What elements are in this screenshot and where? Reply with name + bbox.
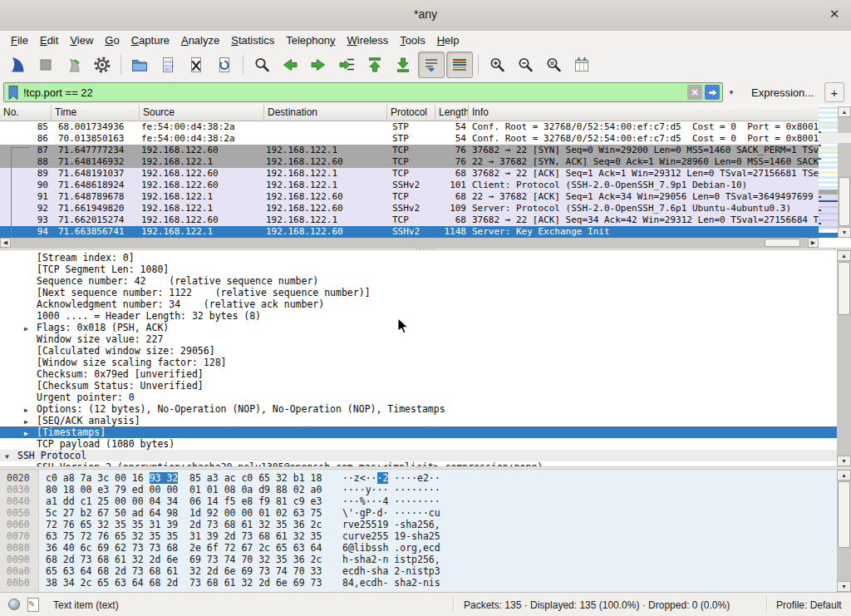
- column-destination[interactable]: Destination: [264, 105, 387, 121]
- go-first-button[interactable]: [362, 52, 388, 78]
- zoom-in-button[interactable]: [484, 52, 510, 78]
- packet-row-94-selected[interactable]: 9471.663856741192.168.122.1192.168.122.6…: [0, 226, 819, 238]
- expander-icon[interactable]: ▼: [5, 451, 17, 461]
- bookmark-icon[interactable]: [7, 85, 19, 101]
- column-length[interactable]: Length: [435, 105, 469, 121]
- go-back-button[interactable]: [277, 52, 303, 78]
- details-vscrollbar[interactable]: [837, 250, 851, 466]
- scroll-down-arrow[interactable]: [837, 456, 851, 466]
- hex-row[interactable]: 00505c 27 b2 67 50 ad 64 98 1d 92 00 00 …: [0, 507, 837, 519]
- scroll-left-arrow[interactable]: [0, 238, 11, 248]
- hex-row[interactable]: 0040a1 dd c1 25 00 00 04 34 06 14 f5 e8 …: [0, 495, 837, 507]
- go-to-packet-button[interactable]: [333, 52, 360, 78]
- packet-row-86[interactable]: 8670.013850163fe:54:00:d4:38:2aSTP54Conf…: [0, 133, 819, 145]
- packet-row-91[interactable]: 9171.648789678192.168.122.1192.168.122.6…: [0, 191, 819, 203]
- scroll-thumb[interactable]: [838, 262, 850, 315]
- hex-row[interactable]: 007063 75 72 76 65 32 35 35 31 39 2d 73 …: [0, 530, 837, 542]
- expander-icon[interactable]: ▶: [24, 323, 37, 333]
- menu-telephony[interactable]: Telephony: [280, 32, 341, 48]
- scroll-down-arrow[interactable]: [837, 581, 851, 592]
- detail-line[interactable]: ▼SSH Protocol: [0, 450, 837, 461]
- scroll-up-arrow[interactable]: [837, 470, 851, 480]
- detail-line[interactable]: ▶Options: (12 bytes), No-Operation (NOP)…: [0, 403, 837, 415]
- detail-line-selected[interactable]: ▶[Timestamps]: [0, 426, 837, 438]
- expression-button[interactable]: Expression...: [751, 86, 814, 99]
- hex-row[interactable]: 009068 2d 73 68 61 32 2d 6e 69 73 74 70 …: [0, 554, 837, 565]
- packet-row-90[interactable]: 9071.648618924192.168.122.60192.168.122.…: [0, 180, 819, 191]
- packet-row-88[interactable]: 8871.648146932192.168.122.1192.168.122.6…: [0, 156, 819, 168]
- scroll-up-arrow[interactable]: [837, 250, 851, 261]
- stop-capture-button[interactable]: [32, 52, 59, 78]
- reload-capture-button[interactable]: [211, 52, 238, 78]
- menu-file[interactable]: File: [5, 32, 34, 48]
- column-time[interactable]: Time: [52, 105, 140, 121]
- detail-line[interactable]: [Checksum Status: Unverified]: [0, 380, 837, 392]
- column-info[interactable]: Info: [469, 105, 819, 121]
- resize-columns-button[interactable]: [568, 52, 595, 78]
- find-packet-button[interactable]: [248, 52, 275, 78]
- save-capture-button[interactable]: 010101100011: [155, 52, 181, 78]
- packet-row-92[interactable]: 9271.661949820192.168.122.1192.168.122.6…: [0, 203, 819, 214]
- close-capture-button[interactable]: [183, 52, 209, 78]
- detail-line[interactable]: [Stream index: 0]: [0, 252, 837, 264]
- packet-list-hscrollbar[interactable]: [0, 238, 819, 248]
- scroll-thumb[interactable]: [838, 481, 850, 548]
- display-filter-input[interactable]: !tcp.port == 22 ✕: [3, 82, 723, 102]
- menu-statistics[interactable]: Statistics: [225, 32, 280, 48]
- hex-row[interactable]: 003080 18 00 e3 79 ed 00 00 01 01 08 0a …: [0, 484, 837, 495]
- expander-icon[interactable]: ▶: [24, 405, 37, 415]
- detail-line[interactable]: ▶Flags: 0x018 (PSH, ACK): [0, 322, 837, 333]
- go-forward-button[interactable]: [305, 52, 332, 78]
- scroll-thumb[interactable]: [839, 177, 850, 226]
- hex-row[interactable]: 0020c0 a8 7a 3c 00 16 93 32 85 a3 ac c0 …: [0, 472, 837, 484]
- packet-row-89[interactable]: 8971.648191037192.168.122.60192.168.122.…: [0, 168, 819, 180]
- go-last-button[interactable]: [390, 52, 416, 78]
- zoom-100-button[interactable]: [540, 52, 567, 78]
- title-bar[interactable]: *any ✕: [0, 0, 851, 32]
- menu-go[interactable]: Go: [99, 32, 125, 48]
- restart-capture-button[interactable]: [61, 52, 87, 78]
- detail-line[interactable]: 1000 .... = Header Length: 32 bytes (8): [0, 310, 837, 322]
- detail-line[interactable]: ▶[SEQ/ACK analysis]: [0, 415, 837, 426]
- profile-label[interactable]: Profile: Default: [776, 599, 842, 611]
- detail-line[interactable]: [TCP Segment Len: 1080]: [0, 264, 837, 275]
- open-capture-button[interactable]: [126, 52, 153, 78]
- packet-list-minimap[interactable]: [819, 106, 838, 238]
- filter-clear-button[interactable]: ✕: [687, 85, 702, 100]
- packet-row-93[interactable]: 9371.662015274192.168.122.60192.168.122.…: [0, 214, 819, 226]
- detail-line[interactable]: [Calculated window size: 29056]: [0, 345, 837, 357]
- packet-row-87[interactable]: 8771.647777234192.168.122.60192.168.122.…: [0, 145, 819, 156]
- scroll-up-arrow[interactable]: [838, 106, 851, 117]
- menu-view[interactable]: View: [64, 32, 99, 48]
- menu-analyze[interactable]: Analyze: [175, 32, 225, 48]
- detail-line[interactable]: Window size value: 227: [0, 333, 837, 345]
- start-capture-button[interactable]: [4, 52, 31, 78]
- expander-icon[interactable]: ▶: [24, 416, 37, 426]
- scroll-right-arrow[interactable]: [808, 238, 819, 248]
- filter-apply-button[interactable]: [705, 85, 720, 100]
- detail-line[interactable]: TCP payload (1080 bytes): [0, 438, 837, 450]
- detail-line[interactable]: Acknowledgment number: 34 (relative ack …: [0, 298, 837, 310]
- bytes-vscrollbar[interactable]: [837, 470, 851, 592]
- column-no[interactable]: No.: [0, 105, 52, 121]
- column-source[interactable]: Source: [140, 105, 264, 121]
- packet-list-vscrollbar[interactable]: [838, 106, 851, 238]
- capture-options-button[interactable]: [89, 52, 116, 78]
- hex-row[interactable]: 008036 40 6c 69 62 73 73 68 2e 6f 72 67 …: [0, 542, 837, 554]
- zoom-out-button[interactable]: [512, 52, 539, 78]
- menu-tools[interactable]: Tools: [394, 32, 430, 48]
- scroll-thumb[interactable]: [765, 239, 800, 247]
- expander-icon[interactable]: ▶: [24, 428, 37, 438]
- detail-line[interactable]: [Next sequence number: 1122 (relative se…: [0, 287, 837, 298]
- auto-scroll-toggle[interactable]: [418, 52, 445, 78]
- packet-list-header[interactable]: No. Time Source Destination Protocol Len…: [0, 105, 819, 121]
- add-filter-button[interactable]: +: [824, 82, 844, 102]
- detail-line[interactable]: Checksum: 0x79ed [unverified]: [0, 368, 837, 380]
- close-button[interactable]: ✕: [826, 7, 843, 22]
- column-protocol[interactable]: Protocol: [387, 105, 435, 121]
- hex-row[interactable]: 00b038 34 2c 65 63 64 68 2d 73 68 61 32 …: [0, 577, 837, 589]
- colorize-toggle[interactable]: [446, 52, 473, 78]
- hex-row[interactable]: 006072 76 65 32 35 35 31 39 2d 73 68 61 …: [0, 519, 837, 530]
- detail-line[interactable]: [Window size scaling factor: 128]: [0, 357, 837, 368]
- hex-row[interactable]: 00a065 63 64 68 2d 73 68 61 32 2d 6e 69 …: [0, 565, 837, 577]
